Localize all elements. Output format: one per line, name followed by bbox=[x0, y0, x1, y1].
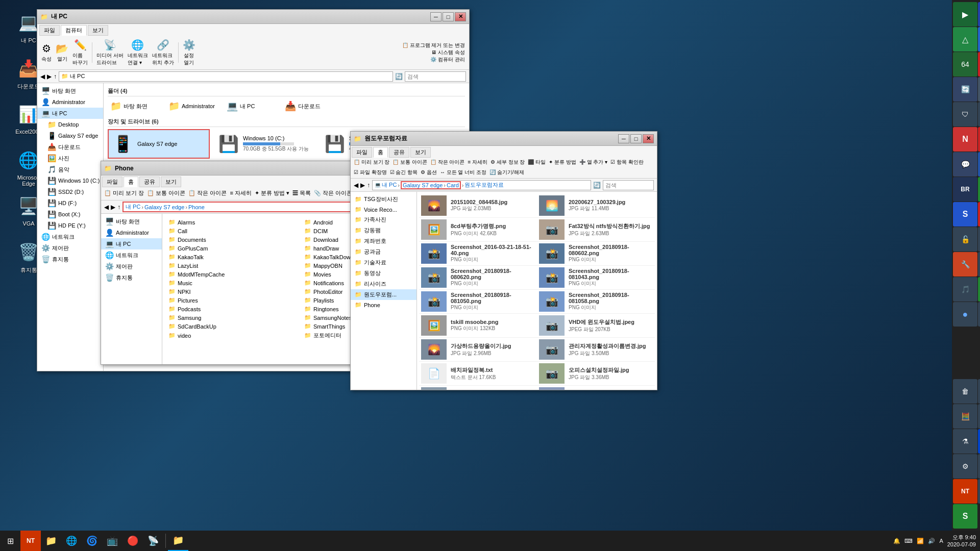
toolbar-btn-triangle[interactable]: △ bbox=[953, 27, 977, 52]
nav-item-x[interactable]: 💾 Boot (X:) bbox=[37, 209, 103, 220]
toolbar-btn-search[interactable]: 🔍 bbox=[978, 77, 980, 102]
tab-file[interactable]: 파일 bbox=[39, 25, 60, 36]
toolbar-btn-s3[interactable]: S bbox=[953, 504, 977, 529]
nav-item-d[interactable]: 💾 SSD2 (D:) bbox=[37, 186, 103, 197]
toolbar-btn-7[interactable]: 7 bbox=[978, 2, 980, 27]
card-close-button[interactable]: ✕ bbox=[643, 134, 654, 143]
card-nav-tech[interactable]: 📁 기술자료 bbox=[351, 257, 416, 268]
start-button[interactable]: ⊞ bbox=[0, 531, 20, 551]
folder-music[interactable]: 📁 Music bbox=[166, 279, 302, 287]
file-item-6[interactable]: 🖼️ tskill msoobe.png PNG 이미지 132KB 📷 VHD… bbox=[419, 314, 655, 338]
toolbar-btn-s[interactable]: S bbox=[953, 202, 977, 227]
taskbar-red-icon[interactable]: 🔴 bbox=[122, 531, 143, 551]
settings-btn[interactable]: ⚙️ 설정열기 bbox=[183, 39, 195, 66]
toolbar-btn-pdf[interactable]: 📄 bbox=[978, 127, 980, 152]
card-path-card[interactable]: Card bbox=[447, 182, 459, 188]
toolbar-btn-chat[interactable]: 💬 bbox=[953, 152, 977, 177]
card-forward-button[interactable]: ▶ bbox=[360, 182, 365, 189]
back-button[interactable]: ◀ bbox=[40, 73, 45, 80]
network-connect-btn[interactable]: 🌐 네트워크연결 ▾ bbox=[128, 39, 148, 66]
card-address-input[interactable]: 💻 내 PC › Galaxy S7 edge › Card › 원도우포럼자료 bbox=[372, 180, 591, 190]
tray-keyboard[interactable]: ⌨ bbox=[904, 538, 913, 544]
toolbar-btn-camera[interactable]: 📷 bbox=[978, 227, 980, 252]
folder-kakaotalk[interactable]: 📁 KakaoTalk bbox=[166, 253, 302, 261]
taskbar-edge-icon[interactable]: 🌀 bbox=[82, 531, 102, 551]
file-item-4[interactable]: 📸 Screenshot_20180918-080620.png PNG 이미지… bbox=[419, 266, 655, 290]
nav-item-mypc[interactable]: 💻 내 PC bbox=[37, 108, 103, 119]
toolbar-btn-ps[interactable]: Ps bbox=[978, 429, 980, 454]
taskbar-clock[interactable]: 오후 9:40 2020-07-09 bbox=[947, 534, 976, 548]
card-nav-family[interactable]: 📁 가족사진 bbox=[351, 214, 416, 225]
tray-sound[interactable]: 🔊 bbox=[928, 538, 935, 544]
toolbar-btn-p[interactable]: P bbox=[978, 177, 980, 202]
card-nav-account[interactable]: 📁 계좌번호 bbox=[351, 236, 416, 246]
toolbar-btn-t[interactable]: T bbox=[978, 202, 980, 227]
tray-ime[interactable]: A bbox=[939, 538, 943, 544]
card-refresh-button[interactable]: 🔄 bbox=[593, 182, 601, 189]
card-minimize-button[interactable]: ─ bbox=[618, 134, 629, 143]
nav-item-desktop2[interactable]: 📁 Desktop bbox=[37, 119, 103, 130]
card-tab-home[interactable]: 홈 bbox=[373, 147, 388, 158]
toolbar-btn-mp3[interactable]: mp3 bbox=[978, 479, 980, 504]
refresh-button[interactable]: 🔄 bbox=[395, 73, 403, 80]
card-path-galaxy[interactable]: Galaxy S7 edge bbox=[403, 182, 443, 188]
phone-tab-home[interactable]: 홈 bbox=[124, 177, 138, 187]
c-drive[interactable]: 💾 Windows 10 (C:) 70.0GB 중 51.5GB 사용 가능 bbox=[214, 129, 316, 159]
phone-nav-admin[interactable]: 👤 Administrator bbox=[101, 227, 162, 238]
file-item-3[interactable]: 📸 Screenshot_2016-03-21-18-51-40.png PNG… bbox=[419, 242, 655, 266]
card-maximize-button[interactable]: □ bbox=[630, 134, 642, 143]
path-mypc[interactable]: 내 PC bbox=[126, 203, 140, 211]
file-item-5[interactable]: 📸 Screenshot_20180918-081050.png PNG 이미지… bbox=[419, 290, 655, 314]
phone-tab-share[interactable]: 공유 bbox=[139, 177, 160, 187]
card-back-button[interactable]: ◀ bbox=[354, 182, 358, 189]
phone-forward-button[interactable]: ▶ bbox=[111, 204, 115, 211]
toolbar-btn-red[interactable]: 🔴 bbox=[978, 52, 980, 77]
phone-tab-view[interactable]: 보기 bbox=[161, 177, 181, 187]
folder-alarms[interactable]: 📁 Alarms bbox=[166, 218, 302, 227]
folder-admin[interactable]: 📁 Administrator bbox=[166, 98, 222, 114]
taskbar-ie-icon[interactable]: 🌐 bbox=[61, 531, 82, 551]
card-nav-phone[interactable]: 📁 Phone bbox=[351, 300, 416, 310]
toolbar-btn-calc[interactable]: 🧮 bbox=[953, 404, 977, 429]
open-btn[interactable]: 📂 열기 bbox=[56, 42, 68, 63]
toolbar-btn-nt[interactable]: NT bbox=[953, 479, 977, 504]
close-button[interactable]: ✕ bbox=[455, 12, 466, 21]
tab-view[interactable]: 보기 bbox=[88, 25, 108, 36]
path-galaxy[interactable]: Galaxy S7 edge bbox=[144, 204, 184, 210]
card-tab-file[interactable]: 파일 bbox=[352, 147, 372, 158]
toolbar-btn-edit[interactable]: ✏ bbox=[978, 454, 980, 479]
toolbar-btn-refresh[interactable]: 🔄 bbox=[978, 152, 980, 177]
mypc-titlebar[interactable]: 📁 내 PC ─ □ ✕ bbox=[37, 10, 469, 24]
phone-up-button[interactable]: ↑ bbox=[117, 204, 120, 211]
toolbar-btn-music[interactable]: 🎵 bbox=[953, 277, 977, 302]
file-item-2[interactable]: 🖼️ 8cd부팅추가명령.png PNG 이미지 42.6KB 📷 Fat32방… bbox=[419, 218, 655, 242]
toolbar-btn-eye[interactable]: 👁 bbox=[978, 102, 980, 127]
card-nav-utility[interactable]: 📁 공과금 bbox=[351, 246, 416, 257]
taskbar-explorer1[interactable]: 📁 bbox=[168, 531, 188, 551]
phone-address-input[interactable]: 내 PC › Galaxy S7 edge › Phone bbox=[122, 202, 376, 212]
card-nav-resize[interactable]: 📁 리사이즈 bbox=[351, 279, 416, 289]
taskbar-media-icon[interactable]: 📺 bbox=[102, 531, 122, 551]
folder-call[interactable]: 📁 Call bbox=[166, 227, 302, 235]
card-nav-gang[interactable]: 📁 강동팸 bbox=[351, 225, 416, 236]
tray-network[interactable]: 📶 bbox=[917, 538, 924, 544]
file-item-9[interactable]: 📷 윈7업티 x86라이트 언어설정... JPG 파일 📷 윈8.1계정추가하… bbox=[419, 386, 655, 390]
phone-nav-desktop[interactable]: 🖥️ 바탕 화면 bbox=[101, 216, 162, 227]
toolbar-btn-trash[interactable]: 🗑 bbox=[953, 379, 977, 404]
path-phone[interactable]: Phone bbox=[188, 204, 205, 210]
card-search-input[interactable] bbox=[603, 180, 654, 190]
toolbar-btn-gear[interactable]: ⚙ bbox=[978, 302, 980, 327]
folder-samsung[interactable]: 📁 Samsung bbox=[166, 313, 302, 322]
maximize-button[interactable]: □ bbox=[443, 12, 454, 21]
card-nav-video[interactable]: 📁 동영상 bbox=[351, 268, 416, 279]
nav-item-galaxy[interactable]: 📱 Galaxy S7 edge bbox=[37, 130, 103, 141]
toolbar-btn-n[interactable]: N bbox=[953, 127, 977, 152]
toolbar-btn-orange[interactable]: 🔄 bbox=[953, 77, 977, 102]
toolbar-btn-play[interactable]: ▶ bbox=[953, 2, 977, 27]
folder-gopluscamp[interactable]: 📁 GoPlusCam bbox=[166, 244, 302, 253]
phone-nav-network[interactable]: 🌐 네트워크 bbox=[101, 249, 162, 261]
properties-btn[interactable]: ⚙ 속성 bbox=[41, 42, 52, 63]
folder-mypc[interactable]: 💻 내 PC bbox=[224, 98, 280, 114]
folder-pictures[interactable]: 📁 Pictures bbox=[166, 296, 302, 305]
nav-item-downloads[interactable]: 📥 다운로드 bbox=[37, 141, 103, 153]
